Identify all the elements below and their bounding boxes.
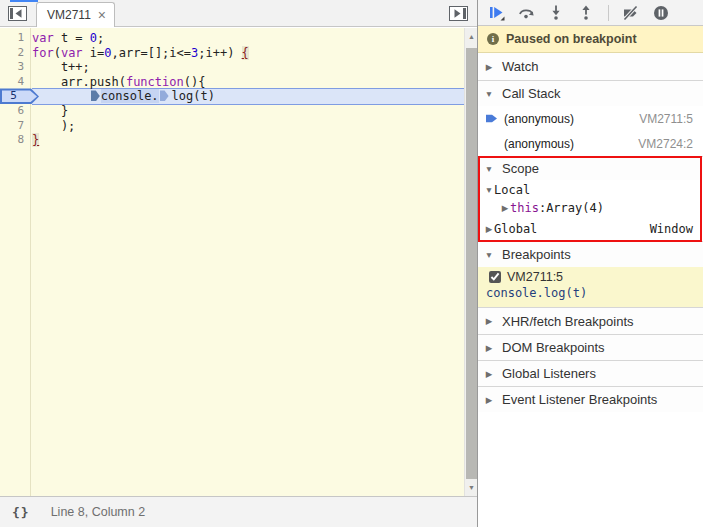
code-token: } (32, 133, 39, 147)
caret-position-label: Line 8, Column 2 (51, 505, 146, 519)
code-token: var (32, 31, 54, 45)
scroll-down-icon[interactable]: ▼ (465, 481, 477, 494)
line-number[interactable]: 55 (0, 89, 30, 104)
property-separator: : (539, 201, 546, 215)
scope-global-row[interactable]: ▶ Global Window (478, 217, 703, 241)
scrollbar-thumb[interactable] (466, 48, 477, 479)
breakpoint-location: VM2711:5 (507, 270, 563, 284)
line-number[interactable]: 8 (0, 133, 30, 148)
section-scope[interactable]: ▼ Scope (478, 156, 703, 180)
chevron-right-icon[interactable]: ▶ (484, 395, 494, 405)
chevron-right-icon[interactable]: ▶ (500, 203, 510, 213)
property-value: Array(4) (546, 201, 604, 215)
code-line[interactable]: ); (32, 119, 464, 134)
resume-button[interactable] (486, 4, 506, 22)
code-token: ( (54, 46, 61, 60)
scope-this-row[interactable]: ▶ this: Array(4) (478, 199, 703, 217)
code-line[interactable]: console.log(t) (32, 89, 464, 104)
deactivate-breakpoints-icon (622, 5, 640, 21)
chevron-right-icon[interactable]: ▶ (484, 369, 494, 379)
chevron-down-icon[interactable]: ▼ (484, 89, 494, 99)
tab-close-icon[interactable]: × (98, 9, 106, 21)
section-event-listener-breakpoints-label: Event Listener Breakpoints (502, 392, 657, 407)
section-call-stack[interactable]: ▼ Call Stack (478, 80, 703, 106)
line-number[interactable]: 2 (0, 46, 30, 61)
code-token: var (61, 46, 83, 60)
code-line[interactable]: arr.push(function(){ (32, 75, 464, 90)
section-watch-label: Watch (502, 59, 538, 74)
code-token: for (32, 46, 54, 60)
line-number[interactable]: 6 (0, 104, 30, 119)
editor-gutter[interactable]: 123455678 (0, 28, 31, 496)
line-number[interactable]: 3 (0, 60, 30, 75)
editor-scrollbar[interactable]: ▲ ▼ (464, 28, 477, 496)
chevron-down-icon[interactable]: ▼ (484, 164, 494, 174)
code-token: ;i++) (198, 46, 241, 60)
code-line[interactable]: for(var i=0,arr=[];i<=3;i++) { (32, 46, 464, 61)
paused-line-badge: 5 (0, 88, 39, 104)
code-token: 0 (90, 31, 97, 45)
chevron-down-icon[interactable]: ▼ (484, 250, 494, 260)
editor-status-bar: {} Line 8, Column 2 (0, 496, 477, 527)
step-out-button[interactable] (576, 4, 596, 22)
code-token: function (126, 75, 184, 89)
chevron-right-icon[interactable]: ▶ (484, 343, 494, 353)
chevron-right-icon[interactable]: ▶ (484, 62, 494, 72)
paused-message: Paused on breakpoint (506, 32, 637, 46)
scroll-up-icon[interactable]: ▲ (465, 30, 477, 43)
section-event-listener-breakpoints[interactable]: ▶ Event Listener Breakpoints (478, 386, 703, 412)
code-token: } (32, 104, 68, 118)
call-stack-frame[interactable]: (anonymous)VM2724:2 (478, 131, 703, 156)
frame-location: VM2711:5 (639, 112, 693, 126)
tab-vm2711[interactable]: VM2711 × (36, 2, 115, 27)
section-watch[interactable]: ▶ Watch (478, 53, 703, 80)
pretty-print-button[interactable]: {} (12, 505, 30, 520)
code-token: 0 (104, 46, 111, 60)
deactivate-breakpoints-button[interactable] (621, 4, 641, 22)
scope-global-label: Global (494, 222, 537, 236)
section-global-listeners-label: Global Listeners (502, 366, 596, 381)
section-xhr-label: XHR/fetch Breakpoints (502, 314, 634, 329)
pause-on-exceptions-button[interactable] (651, 4, 671, 22)
breakpoint-checkbox[interactable] (489, 271, 501, 283)
line-number[interactable]: 7 (0, 119, 30, 134)
section-breakpoints[interactable]: ▼ Breakpoints (478, 241, 703, 267)
scope-local-label: Local (494, 183, 530, 197)
line-number[interactable]: 4 (0, 75, 30, 90)
code-token: ); (32, 119, 75, 133)
code-line[interactable]: } (32, 104, 464, 119)
info-icon: i (487, 33, 499, 45)
toggle-navigator-sidebar-button[interactable] (8, 6, 27, 21)
frame-location: VM2724:2 (638, 137, 693, 151)
resume-icon (488, 4, 505, 21)
active-frame-icon (486, 113, 497, 124)
editor-tab-bar: VM2711 × (0, 0, 477, 27)
execution-position-marker-icon[interactable] (91, 90, 100, 101)
section-dom-breakpoints[interactable]: ▶ DOM Breakpoints (478, 334, 703, 360)
section-scope-label: Scope (502, 161, 539, 176)
step-over-button[interactable] (516, 4, 536, 22)
tab-title: VM2711 (47, 8, 91, 22)
call-stack-list: (anonymous)VM2711:5(anonymous)VM2724:2 (478, 106, 703, 156)
step-into-button[interactable] (546, 4, 566, 22)
chevron-right-icon[interactable]: ▶ (484, 224, 494, 234)
panel-left-icon (8, 6, 27, 21)
call-stack-frame[interactable]: (anonymous)VM2711:5 (478, 106, 703, 131)
section-xhr-breakpoints[interactable]: ▶ XHR/fetch Breakpoints (478, 307, 703, 334)
toggle-debugger-sidebar-button[interactable] (449, 6, 468, 21)
code-editor[interactable]: 123455678 var t = 0;for(var i=0,arr=[];i… (0, 28, 477, 496)
scope-local-row[interactable]: ▼ Local (478, 180, 703, 199)
chevron-right-icon[interactable]: ▶ (484, 316, 494, 326)
code-token (32, 89, 90, 103)
line-number[interactable]: 1 (0, 31, 30, 46)
code-line[interactable]: t++; (32, 60, 464, 75)
step-into-icon (548, 4, 564, 21)
chevron-down-icon[interactable]: ▼ (484, 185, 494, 195)
continue-to-location-marker-icon[interactable] (160, 90, 169, 101)
section-global-listeners[interactable]: ▶ Global Listeners (478, 360, 703, 386)
code-line[interactable]: var t = 0; (32, 31, 464, 46)
code-lines[interactable]: var t = 0;for(var i=0,arr=[];i<=3;i++) {… (32, 28, 464, 496)
scope-global-value: Window (650, 222, 693, 236)
code-line[interactable]: } (32, 133, 464, 148)
breakpoint-entry[interactable]: VM2711:5 console.log(t) (478, 267, 703, 307)
